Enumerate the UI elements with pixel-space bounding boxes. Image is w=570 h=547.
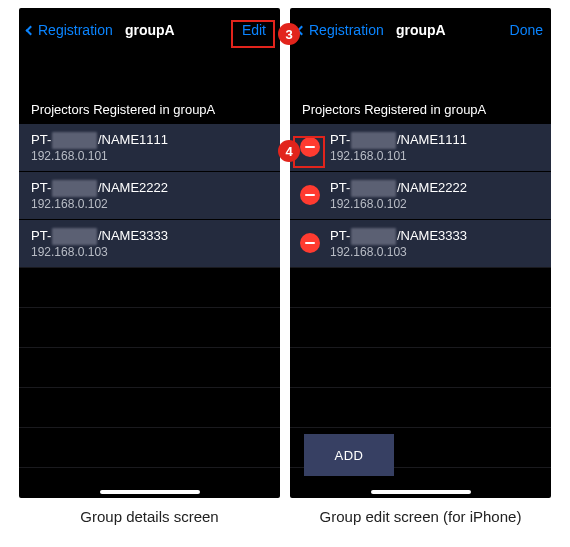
nav-title: groupA	[113, 22, 187, 38]
section-header: Projectors Registered in groupA	[290, 94, 551, 123]
caption-right: Group edit screen (for iPhone)	[290, 502, 551, 525]
navbar: Registration groupA Edit	[19, 8, 280, 52]
projector-ip: 192.168.0.101	[31, 149, 168, 163]
home-indicator	[100, 490, 200, 494]
projector-name: PT-RQ25K/NAME1111	[31, 132, 168, 149]
caption-left: Group details screen	[19, 502, 280, 525]
projector-name: PT-RQ25K/NAME2222	[330, 180, 467, 197]
projector-ip: 192.168.0.103	[330, 245, 467, 259]
annotation-3: 3	[278, 23, 300, 45]
back-button[interactable]: Registration	[27, 22, 113, 38]
back-label: Registration	[38, 22, 113, 38]
done-button[interactable]: Done	[510, 22, 543, 38]
annotation-4: 4	[278, 140, 300, 162]
projector-name: PT-RQ25K/NAME3333	[330, 228, 467, 245]
nav-title: groupA	[384, 22, 458, 38]
list-item[interactable]: PT-RQ25K/NAME1111 192.168.0.101	[19, 123, 280, 171]
back-button[interactable]: Registration	[298, 22, 384, 38]
group-details-screen: Registration groupA Edit Projectors Regi…	[19, 8, 280, 498]
section-header: Projectors Registered in groupA	[19, 94, 280, 123]
delete-row-button[interactable]	[300, 185, 320, 205]
list-item[interactable]: PT-RQ25K/NAME2222 192.168.0.102	[290, 171, 551, 219]
navbar: Registration groupA Done	[290, 8, 551, 52]
delete-row-button[interactable]	[300, 137, 320, 157]
add-button[interactable]: ADD	[304, 434, 394, 476]
projector-ip: 192.168.0.102	[31, 197, 168, 211]
projector-ip: 192.168.0.103	[31, 245, 168, 259]
projector-name: PT-RQ25K/NAME3333	[31, 228, 168, 245]
projector-name: PT-RQ25K/NAME1111	[330, 132, 467, 149]
projector-ip: 192.168.0.102	[330, 197, 467, 211]
projector-ip: 192.168.0.101	[330, 149, 467, 163]
home-indicator	[371, 490, 471, 494]
delete-row-button[interactable]	[300, 233, 320, 253]
list-item[interactable]: PT-RQ25K/NAME1111 192.168.0.101	[290, 123, 551, 171]
back-label: Registration	[309, 22, 384, 38]
group-edit-screen: Registration groupA Done Projectors Regi…	[290, 8, 551, 498]
add-label: ADD	[335, 448, 364, 463]
list-item[interactable]: PT-RQ25K/NAME3333 192.168.0.103	[290, 219, 551, 267]
edit-button[interactable]: Edit	[236, 18, 272, 42]
chevron-left-icon	[26, 25, 36, 35]
projector-name: PT-RQ25K/NAME2222	[31, 180, 168, 197]
list-item[interactable]: PT-RQ25K/NAME2222 192.168.0.102	[19, 171, 280, 219]
list-item[interactable]: PT-RQ25K/NAME3333 192.168.0.103	[19, 219, 280, 267]
